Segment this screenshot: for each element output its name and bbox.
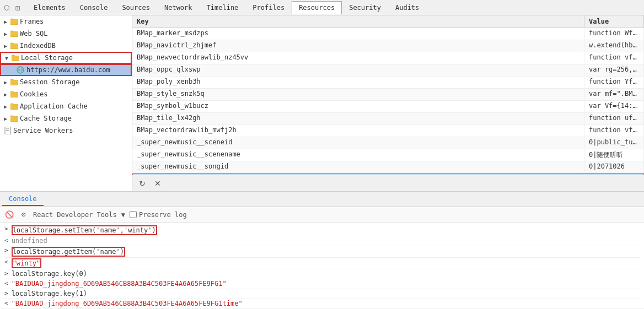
table-cell-value: 0|2071026	[584, 161, 644, 173]
arrow-icon: ▶	[2, 103, 9, 110]
preserve-log-label: Preserve log	[139, 211, 187, 219]
console-filter-icon[interactable]: ⊘	[19, 210, 29, 220]
arrow-icon: ▼	[3, 55, 10, 61]
table-row[interactable]: BMap_poly_xenb3hfunction Yf(a,b){e	[132, 77, 644, 89]
sidebar-item-label: https://www.baidu.com	[26, 66, 110, 74]
table-row[interactable]: BMap_tile_lx42ghfunction uf(){this	[132, 113, 644, 125]
sidebar-item-sessionstorage[interactable]: ▶Session Storage	[0, 76, 132, 88]
console-line: <undefined	[4, 236, 640, 246]
toolbar-icons: ⬡ ◫	[2, 3, 22, 12]
tab-resources[interactable]: Resources	[292, 1, 342, 14]
sidebar-item-frames[interactable]: ▶Frames	[0, 15, 132, 28]
table-row[interactable]: BMap_oppc_qlxswpvar rg=256,sg=3	[132, 64, 644, 77]
console-toolbar: 🚫 ⊘ React Developer Tools ▼ Preserve log	[0, 207, 644, 223]
sidebar-item-appcache[interactable]: ▶Application Cache	[0, 100, 132, 112]
arrow-icon: ▶	[2, 18, 9, 25]
devtools-icon-1[interactable]: ⬡	[2, 3, 11, 12]
table-cell-key: BMap_symbol_w1bucz	[132, 101, 584, 112]
tab-console[interactable]: Console	[73, 1, 115, 14]
table-cell-value: var mf=".BMap_c	[584, 89, 644, 100]
table-row[interactable]: BMap_vectordrawlib_mwfj2hfunction vf(a){…	[132, 125, 644, 137]
table-header: Key Value	[132, 15, 644, 28]
folder-icon	[10, 78, 18, 86]
tab-security[interactable]: Security	[342, 1, 388, 14]
tab-profiles[interactable]: Profiles	[245, 1, 292, 14]
highlight-box: localStorage.setItem('name','winty')	[12, 225, 157, 235]
delete-button[interactable]: ✕	[152, 178, 163, 189]
console-clear-icon[interactable]: 🚫	[4, 210, 14, 220]
console-prompt: >	[4, 225, 8, 232]
table-row[interactable]: BMap_symbol_w1buczvar Vf={14:"m-0.	[132, 101, 644, 113]
console-section: Console 🚫 ⊘ React Developer Tools ▼ Pres…	[0, 192, 644, 308]
table-cell-value: w.extend(hb.prot	[584, 40, 644, 52]
sidebar-item-cookies[interactable]: ▶Cookies	[0, 88, 132, 100]
console-prompt: >	[4, 270, 8, 277]
table-row[interactable]: BMap_navictrl_zhjmefw.extend(hb.prot	[132, 40, 644, 52]
table-cell-key: _super_newmusic__songid	[132, 161, 584, 173]
sidebar-label: IndexedDB	[20, 42, 56, 50]
console-tab[interactable]: Console	[2, 193, 44, 206]
table-cell-key: BMap_newvectordrawlib_nz45vv	[132, 52, 584, 64]
console-text: "BAIDUAD_jingdong_6D69AB546CB88A3B4C503F…	[12, 300, 243, 307]
console-prompt: >	[4, 290, 8, 297]
tab-timeline[interactable]: Timeline	[200, 1, 246, 14]
preserve-log-checkbox[interactable]	[130, 211, 137, 218]
sidebar-label: Frames	[20, 18, 44, 25]
table-row[interactable]: BMap_style_snzk5qvar mf=".BMap_c	[132, 89, 644, 101]
table-cell-value: 0|随便听听	[584, 149, 644, 161]
sidebar-item-localstorage[interactable]: ▼Local Storage	[0, 52, 132, 64]
sidebar-item-indexeddb[interactable]: ▶IndexedDB	[0, 40, 132, 52]
sidebar-item-websql[interactable]: ▶Web SQL	[0, 28, 132, 40]
top-toolbar: ⬡ ◫ ElementsConsoleSourcesNetworkTimelin…	[0, 0, 644, 15]
console-line: <"BAIDUAD_jingdong_6D69AB546CB88A3B4C503…	[4, 279, 640, 289]
sidebar-label: Application Cache	[20, 102, 88, 110]
table-cell-key: _super_newmusic__sceneid	[132, 137, 584, 149]
dropdown-icon[interactable]: ▼	[121, 211, 125, 219]
table-body: BMap_marker_msdzpsfunction Wf(a,b){BMap_…	[132, 28, 644, 175]
tab-audits[interactable]: Audits	[388, 1, 426, 14]
table-cell-value: var rg=256,sg=3	[584, 64, 644, 76]
table-cell-value: var Vf={14:"m-0.	[584, 101, 644, 112]
col-value-header: Value	[584, 15, 644, 28]
console-line: <"winty"	[4, 258, 640, 269]
sidebar-item-baidu[interactable]: https://www.baidu.com	[0, 64, 132, 76]
table-cell-value: function uf(){this	[584, 113, 644, 124]
table-row[interactable]: BMap_marker_msdzpsfunction Wf(a,b){	[132, 28, 644, 40]
table-cell-value: function Yf(a,b){e	[584, 77, 644, 88]
tab-sources[interactable]: Sources	[115, 1, 157, 14]
table-cell-value: function vf(a){thi	[584, 125, 644, 137]
devtools-icon-2[interactable]: ◫	[13, 3, 22, 12]
sidebar-label: Service Workers	[13, 127, 73, 134]
tab-list: ElementsConsoleSourcesNetworkTimelinePro…	[26, 1, 426, 14]
tab-elements[interactable]: Elements	[26, 1, 73, 14]
console-prompt: <	[4, 237, 8, 244]
table-row[interactable]: _super_newmusic__songid0|2071026	[132, 161, 644, 174]
react-tools-label: React Developer Tools	[33, 211, 117, 219]
folder-icon	[10, 102, 18, 110]
arrow-icon: ▶	[2, 79, 9, 85]
arrow-icon: ▶	[2, 30, 9, 37]
console-text: localStorage.key(0)	[12, 270, 87, 278]
table-cell-key: BMap_vectordrawlib_mwfj2h	[132, 125, 584, 137]
page-icon	[17, 66, 24, 74]
console-text: undefined	[12, 237, 47, 245]
col-key-header: Key	[132, 15, 584, 28]
console-line: >localStorage.setItem('name','winty')	[4, 225, 640, 236]
sidebar-item-serviceworkers[interactable]: Service Workers	[0, 124, 132, 137]
console-content: >localStorage.setItem('name','winty')<un…	[0, 223, 644, 308]
folder-icon	[10, 30, 18, 37]
refresh-button[interactable]: ↻	[137, 178, 148, 189]
table-area: Key Value BMap_marker_msdzpsfunction Wf(…	[132, 15, 644, 175]
table-row[interactable]: _super_newmusic__scenename0|随便听听	[132, 149, 644, 161]
console-text: localStorage.setItem('name','winty')	[12, 225, 157, 235]
table-row[interactable]: _super_newmusic__sceneid0|public_tuijian…	[132, 137, 644, 149]
sidebar-item-cachestorage[interactable]: ▶Cache Storage	[0, 112, 132, 124]
table-cell-key: _super_newmusic__scenename	[132, 149, 584, 161]
table-row[interactable]: BMap_newvectordrawlib_nz45vvfunction vf(…	[132, 52, 644, 64]
folder-icon	[12, 54, 19, 62]
console-line: >localStorage.key(0)	[4, 269, 640, 279]
preserve-log-area: Preserve log	[130, 211, 187, 219]
tab-network[interactable]: Network	[157, 1, 200, 14]
console-line: >localStorage.getItem('name')	[4, 246, 640, 258]
console-prompt: >	[4, 247, 8, 254]
